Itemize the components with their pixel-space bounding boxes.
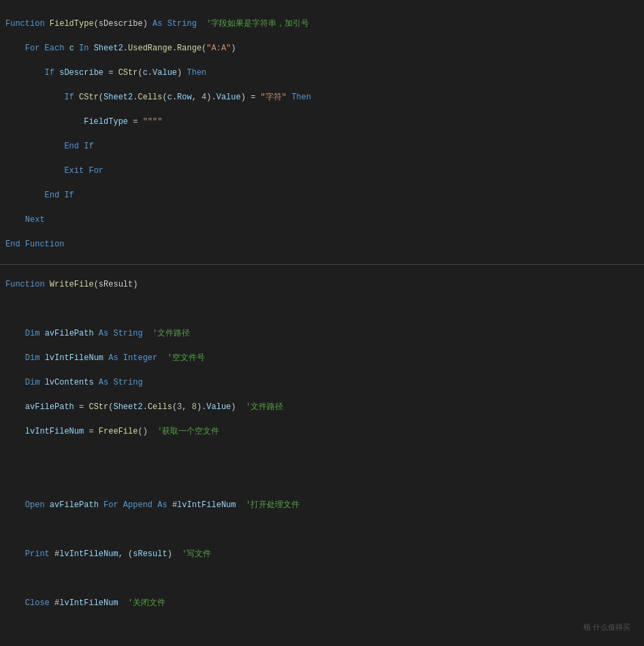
watermark: 植 什么值得买 (583, 622, 630, 632)
code-editor: Function FieldType(sDescribe) As String … (0, 0, 644, 646)
